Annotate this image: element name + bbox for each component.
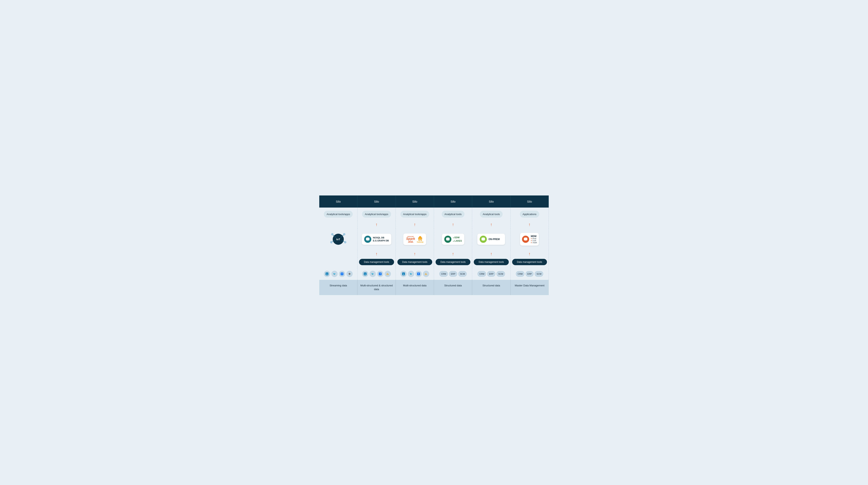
arrow-up: ↑ <box>434 250 472 258</box>
spacer <box>434 266 472 268</box>
crm-erp-scm-label: CRM <box>516 271 524 277</box>
onprem-text: ON-PREM <box>488 238 500 240</box>
rss-icon <box>423 271 429 277</box>
edw-text: ● EDW ● LAKES <box>453 236 462 243</box>
silo-header: Silo <box>472 196 510 207</box>
bottom-data-label: Multi-structured & structured data <box>358 280 396 295</box>
arrow-up: ↑ <box>358 250 396 258</box>
social-icons-row: in🐦f <box>319 268 358 280</box>
arrow-up: ↑ <box>396 221 434 228</box>
arrow-up: ↑ <box>358 221 396 228</box>
mdm-card: MDM ●Prod●Cust●Asset <box>520 233 539 246</box>
content-cell: NOSQL DB E.G.GRAPH DB <box>358 228 396 250</box>
arrow-up: ↑ <box>396 250 434 258</box>
crm-erp-scm-label: CRM <box>439 271 448 277</box>
spark-logo: APACHE Spark <box>406 236 415 243</box>
data-mgmt-label: Data management tools <box>436 259 470 265</box>
svg-text:🐦: 🐦 <box>371 273 374 275</box>
mgmt-row-cell: Data management tools <box>396 258 434 266</box>
mgmt-row-cell: Data management tools <box>358 258 396 266</box>
arrow-up: ↑ <box>510 250 549 258</box>
crm-erp-scm-label: ERP <box>526 271 534 277</box>
svg-text:in: in <box>364 273 366 275</box>
data-mgmt-label: Data management tools <box>512 259 547 265</box>
crm-erp-scm-label: SCM <box>535 271 543 277</box>
svg-point-4 <box>330 241 333 244</box>
iot-icon: IoT <box>329 230 348 248</box>
in-icon: in <box>362 271 368 277</box>
arrow-up: ↑ <box>434 221 472 228</box>
social-icons-row: in🐦f <box>396 268 434 280</box>
silo-header: Silo <box>358 196 396 207</box>
tools-row-cell: Analytical tools/apps <box>358 207 396 221</box>
fb-icon: f <box>339 271 345 277</box>
spacer <box>472 266 510 268</box>
silo-header: Silo <box>319 196 358 207</box>
content-cell: ON-PREM <box>472 228 510 250</box>
in-icon: in <box>400 271 407 277</box>
arrow-up: ↑ <box>510 221 549 228</box>
bottom-data-label: Multi-structured data <box>396 280 434 295</box>
mgmt-row-cell: Data management tools <box>434 258 472 266</box>
svg-marker-15 <box>408 240 413 242</box>
svg-point-52 <box>425 274 426 275</box>
bottom-data-label: Master Data Management <box>510 280 549 295</box>
svg-point-35 <box>524 239 527 240</box>
mdm-text: MDM ●Prod●Cust●Asset <box>531 235 537 244</box>
bottom-data-label: Structured data <box>472 280 510 295</box>
spark-hadoop-card: APACHE Spark hadoop <box>403 233 426 245</box>
data-mgmt-label: Data management tools <box>474 259 508 265</box>
in-icon: in <box>324 271 330 277</box>
analytical-tools-label: Analytical tools <box>480 211 503 218</box>
crm-erp-scm-label: SCM <box>458 271 467 277</box>
fb-icon: f <box>377 271 383 277</box>
content-cell: IoT <box>319 228 358 250</box>
arrow-up: ↑ <box>472 221 510 228</box>
tools-row-cell: Analytical tools <box>434 207 472 221</box>
tw-icon: 🐦 <box>331 271 338 277</box>
tools-row-cell: Analytical tools <box>472 207 510 221</box>
arrow-up: ↑ <box>319 221 358 228</box>
mgmt-row-cell: Data management tools <box>472 258 510 266</box>
svg-point-46 <box>386 274 387 275</box>
svg-text:IoT: IoT <box>336 238 340 241</box>
social-icons-row: CRMERPSCM <box>434 268 472 280</box>
onprem-icon <box>480 236 487 243</box>
fan-icon <box>346 271 353 277</box>
tw-icon: 🐦 <box>370 271 376 277</box>
crm-erp-scm-label: CRM <box>477 271 486 277</box>
nosql-text: NOSQL DB E.G.GRAPH DB <box>373 236 389 242</box>
tools-row-cell: Analytical tools/apps <box>396 207 434 221</box>
svg-text:hadoop: hadoop <box>417 238 423 240</box>
svg-text:🐦: 🐦 <box>410 273 412 275</box>
tools-row-cell: Applications <box>510 207 549 221</box>
social-icons-row: CRMERPSCM <box>472 268 510 280</box>
svg-text:in: in <box>326 273 328 275</box>
tw-icon: 🐦 <box>408 271 414 277</box>
nosql-card: NOSQL DB E.G.GRAPH DB <box>362 234 391 245</box>
spacer <box>396 266 434 268</box>
main-container: SiloSiloSiloSiloSiloSiloAnalytical tools… <box>315 184 553 301</box>
content-cell: ● EDW ● LAKES <box>434 228 472 250</box>
analytical-tools-label: Applications <box>520 211 539 218</box>
mgmt-row-cell <box>319 258 358 266</box>
silo-header: Silo <box>510 196 549 207</box>
onprem-card: ON-PREM <box>477 234 505 245</box>
spacer <box>510 266 549 268</box>
svg-point-25 <box>446 239 450 240</box>
bottom-data-label: Streaming data <box>319 280 358 295</box>
hadoop-logo: hadoop hadoop <box>417 235 424 243</box>
svg-point-14 <box>366 239 370 240</box>
content-cell: APACHE Spark hadoop <box>396 228 434 250</box>
edw-card: ● EDW ● LAKES <box>442 234 464 245</box>
analytical-tools-label: Analytical tools/apps <box>324 211 353 218</box>
content-cell: MDM ●Prod●Cust●Asset <box>510 228 549 250</box>
diagram-grid: SiloSiloSiloSiloSiloSiloAnalytical tools… <box>319 196 549 295</box>
spacer <box>319 266 358 268</box>
svg-point-17 <box>419 236 421 238</box>
social-icons-row: CRMERPSCM <box>510 268 549 280</box>
edw-icon <box>444 236 452 243</box>
mdm-icon <box>522 236 529 243</box>
crm-erp-scm-label: ERP <box>449 271 457 277</box>
analytical-tools-label: Analytical tools <box>442 211 464 218</box>
